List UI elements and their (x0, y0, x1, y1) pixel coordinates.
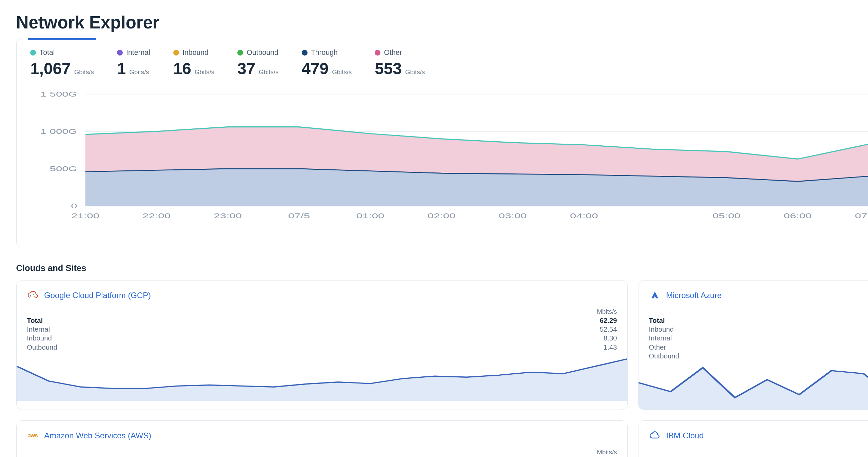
stat-key: Inbound (649, 326, 674, 333)
cloud-unit: Mbits/s (649, 308, 868, 315)
azure-icon (649, 290, 660, 301)
tab-unit: Gbits/s (332, 68, 352, 76)
svg-text:02:00: 02:00 (428, 212, 456, 220)
view-in-data-explorer-link[interactable]: View in Data Explorer (30, 229, 868, 237)
cloud-stat-row: Inbound8.30 (27, 334, 617, 342)
cloud-name-link[interactable]: Microsoft Azure (666, 291, 722, 300)
svg-text:01:00: 01:00 (356, 212, 384, 220)
dot-icon (237, 50, 243, 56)
svg-text:22:00: 22:00 (143, 212, 171, 220)
dot-icon (173, 50, 179, 56)
stat-key: Outbound (27, 344, 57, 351)
stat-key: Total (649, 317, 665, 325)
tab-unit: Gbits/s (130, 68, 149, 76)
gcp-icon (27, 290, 38, 301)
stat-key: Other (649, 344, 666, 351)
svg-text:21:00: 21:00 (72, 212, 100, 220)
cloud-name-link[interactable]: Google Cloud Platform (GCP) (44, 291, 151, 300)
tab-value: 37 (237, 59, 255, 78)
traffic-chart: 0500G1 000G1 500G21:0022:0023:0007/501:0… (30, 90, 868, 223)
tab-label: Other (384, 48, 402, 57)
stat-value: 1.43 (604, 344, 617, 351)
traffic-tab-total[interactable]: Total 1,067Gbits/s (30, 48, 94, 78)
svg-text:05:00: 05:00 (713, 212, 741, 220)
tab-label: Outbound (246, 48, 278, 57)
cloud-unit: Mbits/s (27, 449, 617, 456)
tab-value: 553 (375, 59, 401, 78)
svg-text:06:00: 06:00 (784, 212, 812, 220)
cloud-stat-row: Other0.44 (649, 344, 868, 351)
cloud-name-link[interactable]: IBM Cloud (666, 431, 704, 440)
stat-value: 52.54 (600, 326, 617, 333)
cloud-sparkline (638, 363, 868, 410)
svg-point-29 (34, 296, 35, 297)
clouds-header-row: Clouds and Sites See All Sites (16, 263, 868, 273)
traffic-tab-other[interactable]: Other 553Gbits/s (375, 48, 425, 78)
cloud-card: Microsoft Azure Mbits/s Total9.88Inbound… (638, 280, 868, 410)
aws-icon: aws (27, 430, 38, 441)
ibm-icon (649, 430, 660, 441)
dot-icon (117, 50, 123, 56)
stat-key: Inbound (27, 334, 52, 342)
cloud-card: Google Cloud Platform (GCP) Mbits/s Tota… (16, 280, 628, 410)
cloud-stats: Total62.29Internal52.54Inbound8.30Outbou… (27, 317, 617, 351)
cloud-stat-row: Total9.88 (649, 317, 868, 325)
main-column: Network Explorer Aggregate 95th Percenti… (16, 12, 868, 457)
svg-text:1 000G: 1 000G (40, 128, 77, 135)
svg-point-28 (33, 294, 34, 295)
tab-label: Through (311, 48, 338, 57)
svg-text:07:00: 07:00 (855, 212, 868, 220)
stat-key: Internal (649, 334, 672, 342)
page-root: Network Explorer Aggregate 95th Percenti… (16, 12, 868, 457)
cloud-stat-row: Total62.29 (27, 317, 617, 325)
tab-label: Internal (126, 48, 150, 57)
tab-value: 1 (117, 59, 126, 78)
dot-icon (30, 50, 36, 56)
svg-text:1 500G: 1 500G (40, 90, 77, 98)
tab-label: Inbound (182, 48, 209, 57)
dot-icon (302, 50, 308, 56)
svg-text:04:00: 04:00 (570, 212, 598, 220)
tab-unit: Gbits/s (195, 68, 214, 76)
svg-text:07/5: 07/5 (288, 212, 310, 220)
tab-value: 1,067 (30, 59, 71, 78)
page-title: Network Explorer (16, 13, 159, 33)
svg-text:500G: 500G (50, 165, 77, 173)
stat-key: Outbound (649, 352, 679, 360)
cloud-sparkline (17, 355, 628, 401)
cloud-stat-row: Internal52.54 (27, 326, 617, 333)
clouds-section-title: Clouds and Sites (16, 263, 86, 273)
cloud-unit: Mbits/s (27, 308, 617, 315)
cloud-stats: Total9.88Inbound4.58Internal4.55Other0.4… (649, 317, 868, 360)
svg-text:03:00: 03:00 (499, 212, 527, 220)
traffic-tab-inbound[interactable]: Inbound 16Gbits/s (173, 48, 214, 78)
cloud-grid: Google Cloud Platform (GCP) Mbits/s Tota… (16, 280, 868, 457)
traffic-tabs: Total 1,067Gbits/sInternal 1Gbits/sInbou… (30, 38, 868, 84)
dot-icon (375, 50, 380, 56)
cloud-stat-row: Inbound4.58 (649, 326, 868, 333)
cloud-card: IBM Cloud Kbits/s Total446.78Outbound397… (638, 420, 868, 457)
stat-value: 62.29 (600, 317, 617, 325)
cloud-stat-row: Internal4.55 (649, 334, 868, 342)
cloud-stat-row: Outbound0.32 (649, 352, 868, 360)
tab-unit: Gbits/s (405, 68, 425, 76)
tab-label: Total (40, 48, 55, 57)
cloud-unit: Kbits/s (649, 449, 868, 456)
stat-key: Total (27, 317, 43, 325)
stat-key: Internal (27, 326, 50, 333)
cloud-card: awsAmazon Web Services (AWS) Mbits/s Tot… (16, 420, 628, 457)
traffic-card: Total 1,067Gbits/sInternal 1Gbits/sInbou… (16, 38, 868, 247)
tab-unit: Gbits/s (74, 68, 94, 76)
svg-point-27 (30, 295, 32, 296)
svg-text:23:00: 23:00 (214, 212, 242, 220)
traffic-tab-outbound[interactable]: Outbound 37Gbits/s (237, 48, 278, 78)
traffic-tab-internal[interactable]: Internal 1Gbits/s (117, 48, 150, 78)
traffic-tab-through[interactable]: Through 479Gbits/s (302, 48, 352, 78)
cloud-name-link[interactable]: Amazon Web Services (AWS) (44, 431, 151, 440)
svg-text:0: 0 (71, 203, 77, 210)
tab-value: 479 (302, 59, 329, 78)
header-row: Network Explorer Aggregate 95th Percenti… (16, 12, 868, 33)
stat-value: 8.30 (604, 334, 617, 342)
cloud-stat-row: Outbound1.43 (27, 344, 617, 351)
tab-value: 16 (173, 59, 191, 78)
